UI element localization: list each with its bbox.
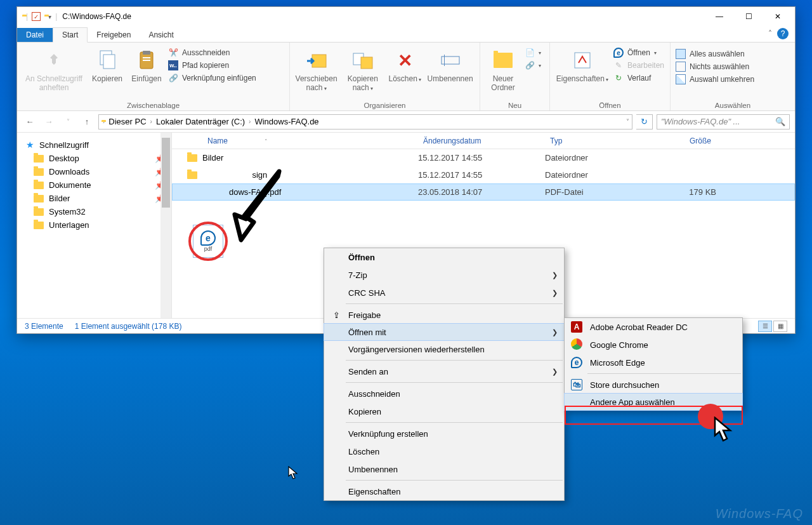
copy-button[interactable]: Kopieren	[89, 45, 125, 83]
breadcrumb-segment[interactable]: Lokaler Datenträger (C:)	[154, 117, 247, 126]
svg-rect-5	[143, 60, 150, 61]
ctx-crc[interactable]: CRC SHA❯	[324, 284, 564, 302]
select-none-icon	[676, 62, 686, 72]
folder-icon	[34, 195, 44, 203]
ctx-open[interactable]: Öffnen	[324, 248, 564, 266]
help-button[interactable]: ?	[777, 28, 789, 39]
up-button[interactable]: ↑	[79, 117, 95, 126]
ctx-shortcut[interactable]: Verknüpfung erstellen	[324, 425, 564, 442]
table-row[interactable]: Bilder15.12.2017 14:55Dateiordner	[172, 149, 795, 166]
tab-share[interactable]: Freigeben	[88, 28, 140, 42]
address-bar[interactable]: › Dieser PC › Lokaler Datenträger (C:) ›…	[98, 114, 632, 130]
scissors-icon: ✂️	[168, 48, 178, 58]
qat-overflow[interactable]: ▾	[48, 13, 51, 20]
delete-button[interactable]: ✕ Löschen ▾	[388, 45, 422, 83]
ctx-copy[interactable]: Kopieren	[324, 402, 564, 420]
open-button[interactable]: eÖffnen ▾	[613, 48, 664, 58]
address-dropdown[interactable]: ˅	[626, 118, 629, 125]
recent-dropdown[interactable]: ˅	[60, 118, 75, 125]
sidebar-item[interactable]: Unterlagen	[17, 218, 171, 232]
ctx-7zip[interactable]: 7-Zip❯	[324, 266, 564, 284]
back-button[interactable]: ←	[22, 117, 37, 126]
maximize-button[interactable]: ☐	[734, 8, 763, 25]
folder-icon	[34, 168, 44, 176]
annotation-arrow	[222, 165, 292, 248]
ctx-rename[interactable]: Umbenennen	[324, 460, 564, 478]
new-folder-button[interactable]: Neuer Ordner	[485, 45, 521, 92]
minimize-button[interactable]: —	[705, 8, 734, 25]
ctx-share[interactable]: ⇪Freigabe	[324, 306, 564, 324]
col-name[interactable]: Name˄	[202, 136, 418, 145]
copy-to-button[interactable]: Kopieren nach ▾	[341, 45, 384, 92]
ctx-edge[interactable]: eMicrosoft Edge	[565, 354, 742, 371]
icons-view-button[interactable]: ▦	[773, 321, 787, 332]
tab-start[interactable]: Start	[53, 27, 88, 43]
sidebar-item[interactable]: Bilder📌	[17, 192, 171, 205]
svg-rect-4	[143, 57, 150, 58]
rename-icon	[441, 48, 460, 73]
refresh-button[interactable]: ↻	[636, 114, 653, 130]
breadcrumb-segment[interactable]: Windows-FAQ.de	[252, 117, 321, 126]
move-to-button[interactable]: Verschieben nach ▾	[295, 45, 337, 92]
sidebar-quick-access[interactable]: ★Schnellzugriff	[17, 138, 171, 152]
sidebar-item[interactable]: Desktop📌	[17, 152, 171, 165]
paste-shortcut-button[interactable]: 🔗Verknüpfung einfügen	[168, 73, 256, 83]
edit-button[interactable]: ✎Bearbeiten	[613, 60, 664, 70]
copy-to-icon	[352, 48, 374, 73]
sidebar-item[interactable]: Dokumente📌	[17, 178, 171, 192]
folder-icon	[34, 208, 44, 216]
pin-quick-access-button[interactable]: An Schnellzugriff anheften	[22, 45, 86, 92]
col-size[interactable]: Größe	[653, 136, 716, 145]
col-date[interactable]: Änderungsdatum	[418, 136, 545, 145]
collapse-ribbon-button[interactable]: ˄	[768, 29, 772, 38]
star-icon: ★	[26, 140, 34, 150]
group-organize-label: Organisieren	[295, 100, 475, 109]
svg-rect-10	[444, 55, 445, 66]
new-folder-icon	[494, 48, 513, 73]
ctx-prev-versions[interactable]: Vorgängerversionen wiederherstellen	[324, 340, 564, 358]
ctx-chrome[interactable]: Google Chrome	[565, 336, 742, 354]
ctx-open-with[interactable]: Öffnen mit❯	[324, 323, 565, 341]
edit-icon: ✎	[613, 60, 624, 70]
properties-button[interactable]: Eigenschaften ▾	[555, 45, 610, 83]
paste-icon	[137, 48, 156, 73]
group-new-label: Neu	[485, 100, 544, 109]
search-input[interactable]: "Windows-FAQ.de" ... 🔍	[657, 114, 790, 130]
share-icon: ⇪	[331, 310, 342, 320]
ctx-store[interactable]: 🛍Store durchsuchen	[565, 376, 742, 394]
cursor-pointer-small	[288, 466, 298, 480]
edge-icon: e	[571, 357, 582, 368]
rename-button[interactable]: Umbenennen	[426, 45, 475, 83]
breadcrumb-segment[interactable]: Dieser PC	[106, 117, 148, 126]
easy-access-button[interactable]: 🔗▾	[525, 60, 541, 70]
window-title: C:\Windows-FAQ.de	[62, 12, 131, 21]
history-icon: ↻	[613, 73, 624, 83]
cut-button[interactable]: ✂️Ausschneiden	[168, 48, 256, 58]
tab-file[interactable]: Datei	[17, 28, 53, 42]
sidebar-scrollbar[interactable]	[160, 133, 171, 318]
paste-button[interactable]: Einfügen	[129, 45, 164, 83]
tab-view[interactable]: Ansicht	[140, 28, 182, 42]
close-button[interactable]: ✕	[763, 8, 792, 25]
ctx-properties[interactable]: Eigenschaften	[324, 482, 564, 500]
titlebar: | ✓ ▾ | C:\Windows-FAQ.de — ☐ ✕	[17, 7, 795, 26]
ctx-acrobat[interactable]: AAdobe Acrobat Reader DC	[565, 318, 742, 336]
col-type[interactable]: Typ	[545, 136, 653, 145]
history-button[interactable]: ↻Verlauf	[613, 73, 664, 83]
watermark: Windows-FAQ	[716, 507, 803, 521]
invert-selection-button[interactable]: Auswahl umkehren	[676, 74, 754, 84]
select-none-button[interactable]: Nichts auswählen	[676, 62, 754, 72]
new-item-button[interactable]: 📄▾	[525, 48, 541, 58]
qat-check-icon[interactable]: ✓	[32, 12, 41, 21]
sidebar-item[interactable]: System32	[17, 205, 171, 218]
ctx-delete[interactable]: Löschen	[324, 442, 564, 460]
details-view-button[interactable]: ☰	[758, 321, 772, 332]
sidebar-item[interactable]: Downloads📌	[17, 165, 171, 178]
ctx-cut[interactable]: Ausschneiden	[324, 385, 564, 402]
forward-button[interactable]: →	[41, 117, 56, 126]
svg-rect-3	[143, 51, 150, 55]
copy-path-button[interactable]: w..Pfad kopieren	[168, 60, 256, 70]
ctx-send-to[interactable]: Senden an❯	[324, 362, 564, 380]
acrobat-icon: A	[571, 321, 582, 333]
select-all-button[interactable]: Alles auswählen	[676, 49, 754, 59]
